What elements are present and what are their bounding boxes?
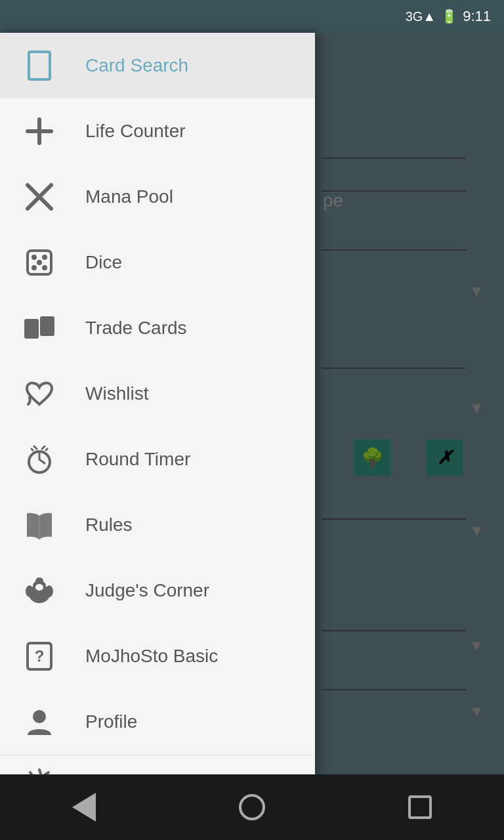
svg-line-14	[39, 459, 45, 463]
battery-icon: 🔋	[441, 9, 457, 24]
judges-corner-icon	[20, 574, 59, 607]
mana-pool-icon	[20, 182, 59, 211]
sidebar-item-label: Round Timer	[85, 449, 190, 470]
sidebar-item-round-timer[interactable]: Round Timer	[0, 427, 315, 492]
sidebar-item-label: Card Search	[85, 55, 188, 76]
sidebar-item-trade-cards[interactable]: Trade Cards	[0, 295, 315, 361]
svg-point-5	[32, 255, 37, 260]
navigation-drawer: Card Search Life Counter Mana Pool	[0, 33, 315, 788]
round-timer-icon	[20, 444, 59, 475]
sidebar-item-profile[interactable]: Profile	[0, 689, 315, 755]
svg-point-25	[35, 584, 43, 591]
sidebar-item-label: Profile	[85, 711, 137, 732]
life-counter-icon	[20, 117, 59, 146]
svg-point-28	[33, 710, 46, 723]
svg-point-7	[32, 265, 37, 270]
sidebar-item-label: Rules	[85, 514, 133, 536]
dice-icon	[20, 248, 59, 277]
svg-point-24	[35, 578, 43, 584]
signal-icon: 3G▲	[406, 9, 436, 24]
sidebar-item-wishlist[interactable]: Wishlist	[0, 361, 315, 427]
recent-button[interactable]	[394, 781, 446, 833]
rules-icon	[20, 511, 59, 539]
sidebar-item-mana-pool[interactable]: Mana Pool	[0, 164, 315, 230]
home-icon	[239, 794, 265, 820]
svg-point-6	[42, 255, 47, 260]
svg-line-18	[46, 449, 47, 450]
sidebar-item-label: Mana Pool	[85, 186, 173, 207]
back-icon	[72, 793, 96, 822]
sidebar-item-life-counter[interactable]: Life Counter	[0, 98, 315, 164]
sidebar-item-label: Wishlist	[85, 383, 148, 404]
drawer-overlay[interactable]	[315, 33, 504, 788]
sidebar-item-label: Life Counter	[85, 121, 186, 142]
wishlist-icon	[20, 379, 59, 408]
svg-rect-10	[24, 319, 39, 339]
status-bar: 3G▲ 🔋 9:11	[0, 0, 504, 33]
svg-line-17	[32, 449, 33, 450]
sidebar-item-rules[interactable]: Rules	[0, 492, 315, 558]
sidebar-item-card-search[interactable]: Card Search	[0, 33, 315, 98]
svg-line-16	[42, 446, 45, 449]
svg-rect-11	[40, 316, 54, 336]
sidebar-item-dice[interactable]: Dice	[0, 230, 315, 295]
mojhosto-icon: ?	[20, 640, 59, 672]
sidebar-item-label: Dice	[85, 252, 122, 273]
sidebar-item-label: Judge's Corner	[85, 580, 209, 601]
trade-cards-icon	[20, 314, 59, 343]
sidebar-item-label: Trade Cards	[85, 318, 187, 339]
card-search-icon	[20, 51, 59, 81]
home-button[interactable]	[226, 781, 278, 833]
profile-icon	[20, 706, 59, 738]
svg-point-23	[45, 585, 53, 597]
svg-line-15	[34, 446, 37, 449]
back-button[interactable]	[58, 781, 110, 833]
svg-point-8	[42, 265, 47, 270]
sidebar-item-label: MoJhoSto Basic	[85, 646, 218, 667]
recent-icon	[408, 795, 432, 819]
sidebar-item-judges-corner[interactable]: Judge's Corner	[0, 558, 315, 623]
time-display: 9:11	[463, 8, 491, 25]
svg-point-22	[26, 585, 33, 597]
svg-point-9	[37, 260, 42, 265]
svg-text:?: ?	[35, 647, 45, 665]
navigation-bar	[0, 774, 504, 840]
sidebar-item-mojhosto-basic[interactable]: ? MoJhoSto Basic	[0, 623, 315, 689]
